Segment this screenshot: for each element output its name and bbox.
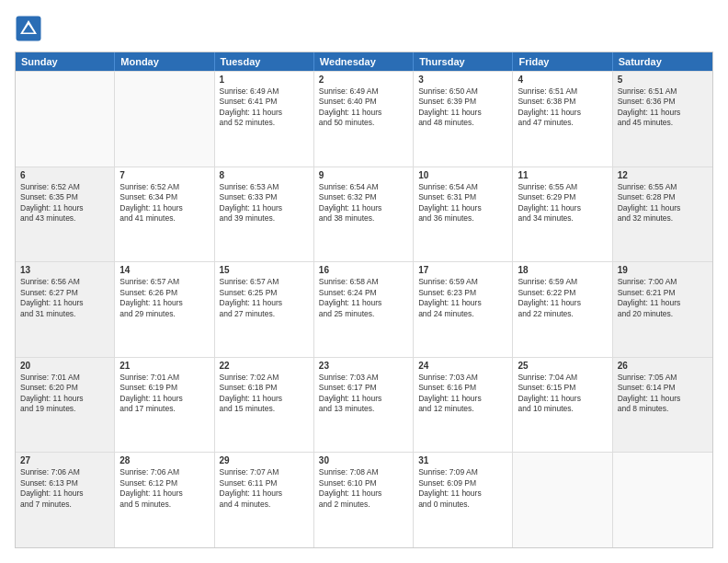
cell-info-line: Sunset: 6:23 PM [418,288,507,298]
cell-info-line: and 13 minutes. [319,404,408,414]
cell-info-line: Daylight: 11 hours [119,203,209,213]
cell-info-line: Sunset: 6:22 PM [518,288,607,298]
day-number: 15 [220,265,309,275]
cal-cell-2-2: 7Sunrise: 6:52 AMSunset: 6:34 PMDaylight… [115,167,214,262]
day-number: 2 [319,75,408,85]
calendar-header: SundayMondayTuesdayWednesdayThursdayFrid… [16,52,712,71]
cell-info-line: Sunrise: 6:50 AM [418,86,507,97]
cell-info-line: Sunrise: 6:49 AM [319,86,408,97]
cal-cell-3-6: 18Sunrise: 6:59 AMSunset: 6:22 PMDayligh… [513,262,612,357]
cell-info-line: Sunrise: 6:58 AM [319,277,408,287]
cell-info-line: Sunset: 6:20 PM [20,383,109,393]
cell-info-line: and 50 minutes. [319,118,408,128]
cell-info-line: Daylight: 11 hours [618,108,708,118]
cell-info-line: Daylight: 11 hours [418,203,507,213]
day-number: 27 [20,455,109,465]
cell-info-line: Daylight: 11 hours [319,298,408,308]
cal-cell-5-2: 28Sunrise: 7:06 AMSunset: 6:12 PMDayligh… [115,453,214,547]
cell-info-line: and 12 minutes. [418,404,507,414]
cell-info-line: Daylight: 11 hours [20,298,109,308]
day-number: 23 [319,361,408,371]
day-number: 16 [319,265,408,275]
cell-info-line: and 34 minutes. [518,213,607,224]
cell-info-line: Sunset: 6:11 PM [220,478,309,488]
cell-info-line: Daylight: 11 hours [618,203,708,213]
cell-info-line: and 47 minutes. [518,118,607,128]
cell-info-line: Daylight: 11 hours [119,488,209,499]
cell-info-line: Daylight: 11 hours [220,298,309,308]
weekday-header-friday: Friday [513,52,612,71]
cell-info-line: Daylight: 11 hours [220,394,309,404]
cell-info-line: and 41 minutes. [119,213,209,224]
calendar-row-5: 27Sunrise: 7:06 AMSunset: 6:13 PMDayligh… [16,452,712,547]
day-number: 22 [220,361,309,371]
cell-info-line: and 38 minutes. [319,213,408,224]
cell-info-line: Sunset: 6:25 PM [220,288,309,298]
logo [15,15,46,42]
cell-info-line: Sunset: 6:36 PM [618,97,708,107]
cell-info-line: and 10 minutes. [518,404,607,414]
cell-info-line: Daylight: 11 hours [119,298,209,308]
header [15,15,713,42]
cell-info-line: Daylight: 11 hours [319,394,408,404]
day-number: 25 [518,361,607,371]
cell-info-line: Sunrise: 6:55 AM [618,182,708,192]
cell-info-line: Daylight: 11 hours [518,298,607,308]
cell-info-line: Sunset: 6:31 PM [418,192,507,202]
day-number: 4 [518,75,607,85]
cell-info-line: Sunset: 6:27 PM [20,288,109,298]
cell-info-line: and 4 minutes. [220,500,309,510]
cell-info-line: Daylight: 11 hours [418,298,507,308]
day-number: 24 [418,361,507,371]
weekday-header-sunday: Sunday [16,52,115,71]
cal-cell-1-2 [115,72,214,167]
cal-cell-5-7 [613,453,712,547]
cal-cell-3-1: 13Sunrise: 6:56 AMSunset: 6:27 PMDayligh… [16,262,115,357]
cell-info-line: Sunrise: 6:57 AM [220,277,309,287]
cal-cell-4-6: 25Sunrise: 7:04 AMSunset: 6:15 PMDayligh… [513,358,612,453]
day-number: 13 [20,265,109,275]
cell-info-line: Sunrise: 7:06 AM [119,467,209,477]
calendar-row-1: 1Sunrise: 6:49 AMSunset: 6:41 PMDaylight… [16,71,712,167]
cell-info-line: and 7 minutes. [20,500,109,510]
cell-info-line: Sunrise: 7:06 AM [20,467,109,477]
cal-cell-2-4: 9Sunrise: 6:54 AMSunset: 6:32 PMDaylight… [314,167,414,262]
cell-info-line: and 29 minutes. [119,309,209,319]
cell-info-line: and 25 minutes. [319,309,408,319]
cal-cell-3-2: 14Sunrise: 6:57 AMSunset: 6:26 PMDayligh… [115,262,214,357]
day-number: 18 [518,265,607,275]
cal-cell-5-4: 30Sunrise: 7:08 AMSunset: 6:10 PMDayligh… [314,453,414,547]
cell-info-line: Sunrise: 7:04 AM [518,373,607,383]
cal-cell-4-3: 22Sunrise: 7:02 AMSunset: 6:18 PMDayligh… [215,358,314,453]
cal-cell-4-7: 26Sunrise: 7:05 AMSunset: 6:14 PMDayligh… [613,358,712,453]
cell-info-line: and 5 minutes. [119,500,209,510]
cell-info-line: Sunset: 6:41 PM [220,97,309,107]
calendar-row-4: 20Sunrise: 7:01 AMSunset: 6:20 PMDayligh… [16,357,712,453]
cell-info-line: Sunset: 6:38 PM [518,97,607,107]
cell-info-line: Sunrise: 6:52 AM [20,182,109,192]
cell-info-line: and 24 minutes. [418,309,507,319]
cell-info-line: and 36 minutes. [418,213,507,224]
cell-info-line: Sunrise: 7:03 AM [418,373,507,383]
day-number: 21 [119,361,209,371]
cell-info-line: Daylight: 11 hours [20,488,109,499]
weekday-header-saturday: Saturday [613,52,712,71]
cal-cell-2-5: 10Sunrise: 6:54 AMSunset: 6:31 PMDayligh… [414,167,513,262]
cell-info-line: and 8 minutes. [618,404,708,414]
cal-cell-1-6: 4Sunrise: 6:51 AMSunset: 6:38 PMDaylight… [513,72,612,167]
cal-cell-1-1 [16,72,115,167]
cell-info-line: Daylight: 11 hours [418,394,507,404]
cell-info-line: Sunset: 6:13 PM [20,478,109,488]
day-number: 1 [220,75,309,85]
cal-cell-2-6: 11Sunrise: 6:55 AMSunset: 6:29 PMDayligh… [513,167,612,262]
cal-cell-5-3: 29Sunrise: 7:07 AMSunset: 6:11 PMDayligh… [215,453,314,547]
cell-info-line: Sunrise: 7:09 AM [418,467,507,477]
day-number: 9 [319,170,408,180]
cell-info-line: and 22 minutes. [518,309,607,319]
cell-info-line: and 52 minutes. [220,118,309,128]
cell-info-line: and 31 minutes. [20,309,109,319]
cell-info-line: Sunrise: 6:49 AM [220,86,309,97]
day-number: 14 [119,265,209,275]
cal-cell-2-7: 12Sunrise: 6:55 AMSunset: 6:28 PMDayligh… [613,167,712,262]
cell-info-line: Sunset: 6:29 PM [518,192,607,202]
